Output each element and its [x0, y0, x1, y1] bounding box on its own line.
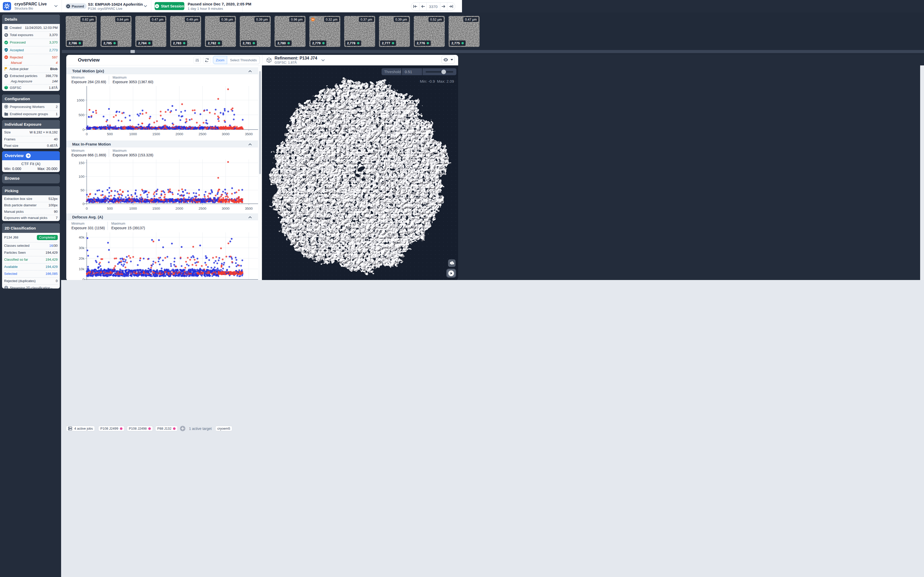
svg-text:1500: 1500: [152, 132, 160, 136]
svg-text:1500: 1500: [152, 206, 160, 210]
svg-text:3500: 3500: [245, 132, 253, 136]
svg-text:2000: 2000: [176, 206, 183, 210]
svg-text:50: 50: [81, 188, 84, 192]
svg-text:3000: 3000: [222, 206, 229, 210]
svg-text:500: 500: [107, 132, 113, 136]
svg-text:1000: 1000: [129, 132, 137, 136]
svg-text:0: 0: [86, 132, 88, 136]
svg-text:150: 150: [79, 161, 84, 165]
svg-text:1000: 1000: [129, 206, 137, 210]
svg-text:10k: 10k: [79, 267, 84, 271]
svg-text:3000: 3000: [222, 132, 229, 136]
svg-text:3500: 3500: [245, 206, 253, 210]
svg-text:20k: 20k: [79, 256, 84, 260]
svg-text:2500: 2500: [199, 206, 206, 210]
svg-text:2500: 2500: [199, 132, 206, 136]
svg-text:100: 100: [79, 175, 84, 179]
svg-text:0: 0: [82, 128, 84, 132]
svg-text:2000: 2000: [176, 132, 183, 136]
svg-text:40k: 40k: [79, 235, 84, 239]
svg-text:1000: 1000: [77, 98, 84, 102]
svg-text:30k: 30k: [79, 246, 84, 250]
svg-text:0: 0: [86, 206, 88, 210]
svg-text:500: 500: [79, 113, 84, 117]
svg-text:0: 0: [82, 202, 84, 206]
svg-text:500: 500: [107, 206, 113, 210]
